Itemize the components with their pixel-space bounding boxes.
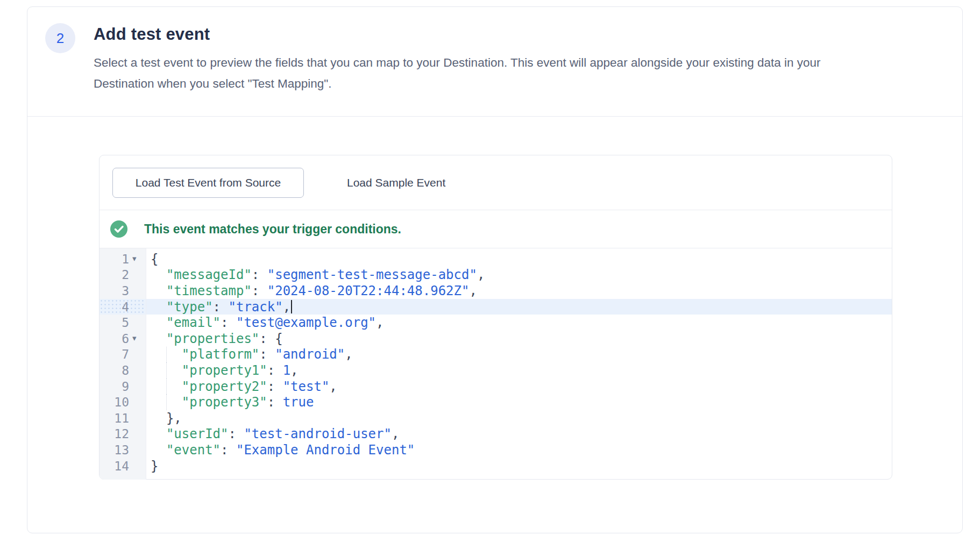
fold-arrow-icon[interactable]: ▾	[132, 334, 146, 342]
token-pun: :	[252, 267, 267, 282]
line-number: 10	[100, 395, 132, 409]
trigger-match-message: This event matches your trigger conditio…	[144, 222, 401, 237]
step-description: Select a test event to preview the field…	[94, 52, 821, 94]
editor-code-line[interactable]: "userId": "test-android-user",	[146, 426, 892, 442]
editor-line-14: 14}	[100, 458, 892, 474]
token-key: "property1"	[182, 363, 267, 378]
token-key: "properties"	[166, 331, 259, 346]
token-pun: {	[151, 252, 158, 267]
token-str: "test-android-user"	[244, 426, 392, 441]
token-pun: ,	[283, 299, 290, 315]
line-number: 4	[100, 300, 132, 314]
token-pun: ,	[376, 315, 384, 330]
token-pun: ,	[290, 363, 298, 378]
editor-line-3: 3 "timestamp": "2024-08-20T22:44:48.962Z…	[100, 283, 892, 299]
step-number-badge: 2	[45, 23, 75, 53]
json-event-editor[interactable]: 1▾{2 "messageId": "segment-test-message-…	[100, 248, 892, 480]
editor-line-11: 11 },	[100, 410, 892, 426]
editor-code-line[interactable]: "platform": "android",	[146, 347, 892, 363]
editor-code-line[interactable]: "timestamp": "2024-08-20T22:44:48.962Z",	[146, 283, 892, 299]
token-pun: : {	[259, 331, 282, 346]
editor-gutter: 12	[100, 426, 146, 442]
editor-gutter: 9	[100, 379, 146, 395]
editor-code-line[interactable]: "properties": {	[146, 331, 892, 347]
token-pun: :	[259, 347, 275, 362]
editor-code-line[interactable]: {	[146, 251, 892, 267]
line-number: 2	[100, 268, 132, 282]
editor-line-13: 13 "event": "Example Android Event"	[100, 442, 892, 458]
fold-arrow-icon[interactable]: ▾	[132, 255, 146, 263]
token-pun: ,	[345, 347, 352, 362]
line-number: 6	[100, 332, 132, 346]
token-key: "timestamp"	[166, 283, 252, 298]
token-pun: :	[267, 379, 283, 394]
editor-line-4: 4 "type": "track",	[100, 299, 892, 315]
line-number: 8	[100, 363, 132, 377]
token-str: "segment-test-message-abcd"	[267, 267, 477, 282]
editor-gutter: 1▾	[100, 251, 146, 267]
token-pun: ,	[477, 267, 485, 282]
indent-guide	[166, 362, 167, 379]
line-number: 13	[100, 443, 132, 457]
editor-gutter: 13	[100, 442, 146, 458]
token-pun	[151, 299, 166, 315]
editor-line-10: 10 "property3": true	[100, 394, 892, 410]
token-key: "property3"	[182, 395, 267, 410]
editor-gutter: 4	[100, 299, 146, 315]
editor-code-line[interactable]: "property3": true	[146, 394, 892, 410]
editor-gutter: 2	[100, 267, 146, 283]
token-pun: ,	[469, 283, 477, 298]
token-pun: :	[267, 395, 283, 410]
line-number: 7	[100, 347, 132, 361]
token-pun	[151, 315, 166, 330]
editor-code-line[interactable]: "property2": "test",	[146, 379, 892, 395]
editor-code-line[interactable]: "type": "track",	[146, 299, 892, 315]
check-circle-icon	[110, 220, 127, 238]
editor-gutter	[100, 474, 146, 480]
editor-gutter: 14	[100, 458, 146, 474]
token-num: 1	[283, 363, 290, 378]
editor-line-12: 12 "userId": "test-android-user",	[100, 426, 892, 442]
step-title: Add test event	[94, 25, 210, 44]
token-pun	[151, 283, 166, 298]
line-number: 14	[100, 459, 132, 473]
test-event-panel: Load Test Event from Source Load Sample …	[99, 155, 892, 480]
line-number: 9	[100, 380, 132, 394]
editor-gutter: 11	[100, 410, 146, 426]
editor-code-line[interactable]: "property1": 1,	[146, 362, 892, 379]
editor-code-line[interactable]	[146, 474, 892, 480]
text-cursor	[291, 300, 292, 313]
editor-code-line[interactable]: },	[146, 410, 892, 426]
token-pun: :	[252, 283, 267, 298]
token-key: "platform"	[182, 347, 260, 362]
token-str: "test@example.org"	[236, 315, 376, 330]
editor-line-9: 9 "property2": "test",	[100, 379, 892, 395]
token-pun: :	[229, 426, 244, 441]
token-str: "android"	[275, 347, 345, 362]
line-number: 3	[100, 284, 132, 298]
load-sample-event-button[interactable]: Load Sample Event	[329, 168, 464, 198]
indent-guide	[166, 379, 167, 395]
editor-code-line[interactable]: "messageId": "segment-test-message-abcd"…	[146, 267, 892, 283]
editor-gutter: 7	[100, 347, 146, 363]
step-description-line-1: Select a test event to preview the field…	[94, 52, 821, 73]
editor-code-line[interactable]: }	[146, 458, 892, 474]
editor-line-6: 6▾ "properties": {	[100, 331, 892, 347]
token-pun: ,	[392, 426, 399, 441]
line-number: 5	[100, 316, 132, 330]
token-bool: true	[283, 395, 314, 410]
editor-code-line[interactable]: "event": "Example Android Event"	[146, 442, 892, 458]
editor-code-line[interactable]: "email": "test@example.org",	[146, 315, 892, 331]
editor-gutter: 6▾	[100, 331, 146, 347]
token-str: "2024-08-20T22:44:48.962Z"	[267, 283, 470, 298]
token-pun	[151, 426, 166, 441]
editor-gutter: 3	[100, 283, 146, 299]
indent-guide	[166, 347, 167, 363]
load-test-event-button[interactable]: Load Test Event from Source	[112, 168, 304, 198]
editor-line-8: 8 "property1": 1,	[100, 362, 892, 379]
token-str: "Example Android Event"	[236, 442, 415, 458]
line-number: 12	[100, 427, 132, 441]
editor-line-1: 1▾{	[100, 251, 892, 267]
token-key: "messageId"	[166, 267, 252, 282]
editor-line-2: 2 "messageId": "segment-test-message-abc…	[100, 267, 892, 283]
